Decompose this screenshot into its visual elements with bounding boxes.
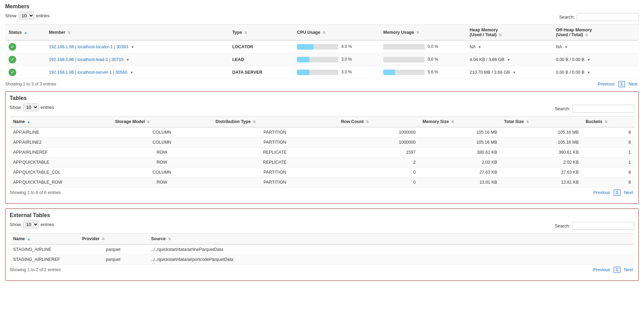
members-col-type: Type ⇅	[229, 25, 294, 41]
sort-ext-provider-icon[interactable]: ⇅	[102, 237, 105, 241]
ext-search-input[interactable]	[572, 222, 634, 230]
member-type-cell: LEAD	[229, 53, 294, 66]
tables-showing: Showing 1 to 6 of 6 entries	[10, 190, 61, 195]
heap-dropdown-arrow[interactable]: ▼	[507, 58, 511, 62]
member-link[interactable]: 192.168.1.86 | localhost-locator-1 | 303…	[49, 44, 128, 49]
table-row: APP.AIRLINEREF ROW REPLICATE 1597 380.61…	[10, 147, 634, 157]
tables-prev-btn[interactable]: Previous	[592, 190, 612, 196]
mem-pct-label: 0.0 %	[428, 57, 442, 62]
sort-memsize-icon[interactable]: ⇅	[451, 120, 454, 124]
members-search-input[interactable]	[577, 13, 639, 21]
member-mem-cell: 0.0 %	[380, 53, 466, 66]
members-show-entries: Show 10 25 50 entries	[5, 12, 50, 20]
table-totalsize-cell: 27.63 KB	[501, 167, 582, 177]
sort-status-icon[interactable]: ▲	[24, 31, 28, 34]
tables-col-name: Name ▲	[10, 116, 112, 127]
table-dist-cell: PARTITION	[212, 127, 338, 137]
tables-title: Tables	[10, 95, 634, 101]
members-col-status: Status ▲	[5, 25, 46, 41]
offheap-dropdown-arrow[interactable]: ▼	[564, 45, 568, 49]
sort-buckets-icon[interactable]: ⇅	[605, 120, 607, 124]
sort-memory-icon[interactable]: ⇅	[416, 31, 419, 34]
member-dropdown-arrow[interactable]: ▼	[126, 58, 130, 62]
offheap-dropdown-arrow[interactable]: ▼	[587, 71, 591, 74]
cpu-progress-bar	[297, 57, 309, 62]
sort-cpu-icon[interactable]: ⇅	[323, 31, 325, 34]
sort-totalsize-icon[interactable]: ⇅	[526, 120, 529, 124]
ext-entries-label: entries	[41, 222, 54, 227]
mem-pct-label: 5.6 %	[428, 70, 442, 74]
members-search-row: Search:	[559, 13, 639, 21]
members-section: Members Show 10 25 50 entries Search: St…	[5, 3, 639, 87]
sort-member-icon[interactable]: ⇅	[68, 31, 70, 34]
heap-dropdown-arrow[interactable]: ▼	[478, 45, 482, 49]
offheap-dropdown-arrow[interactable]: ▼	[587, 58, 591, 62]
table-name-cell: APP.AIRLINE2	[10, 137, 112, 147]
table-row: APP.QUICKTABLE ROW REPLICATE 2 2.02 KB 2…	[10, 157, 634, 167]
member-heap-cell: 210.70 MB / 3.66 GB ▼	[466, 66, 553, 79]
members-col-cpu: CPU Usage ⇅	[294, 25, 380, 41]
member-link[interactable]: 192.168.1.86 | localhost-lead-1 | 30719	[49, 57, 123, 62]
ext-pagination-controls: Previous 1 Next	[592, 267, 634, 273]
tables-pagination-row: Showing 1 to 6 of 6 entries Previous 1 N…	[10, 190, 634, 196]
member-link-cell: 192.168.1.86 | localhost-lead-1 | 30719 …	[46, 53, 229, 66]
sort-storage-icon[interactable]: ⇅	[147, 120, 150, 124]
tables-entries-select[interactable]: 10 25 50	[23, 103, 39, 111]
member-link-cell: 192.168.1.86 | localhost-locator-1 | 303…	[46, 40, 229, 53]
table-name-cell: APP.QUICKTABLE_ROW	[10, 177, 112, 187]
member-dropdown-arrow[interactable]: ▼	[131, 45, 134, 49]
table-rowcount-cell: 0	[338, 177, 419, 187]
member-mem-cell: 5.6 %	[380, 66, 466, 79]
table-row: ✓ 192.168.1.86 | localhost-server-1 | 30…	[5, 66, 639, 79]
sort-heap-icon[interactable]: ⇅	[499, 33, 502, 37]
members-page-num[interactable]: 1	[618, 81, 625, 87]
table-row: STAGING_AIRLINEREF parquet ../../quickst…	[10, 255, 634, 265]
member-status-cell: ✓	[5, 40, 46, 53]
tables-col-rowcount: Row Count ⇅	[338, 116, 419, 127]
tables-search-label: Search:	[555, 106, 570, 111]
ext-showing: Showing 1 to 2 of 2 entries	[10, 267, 61, 272]
tables-page-num[interactable]: 1	[614, 190, 621, 196]
sort-ext-source-icon[interactable]: ⇅	[168, 237, 171, 241]
table-dist-cell: PARTITION	[212, 137, 338, 147]
heap-dropdown-arrow[interactable]: ▼	[513, 71, 516, 74]
sort-rowcount-icon[interactable]: ⇅	[366, 120, 369, 124]
member-link[interactable]: 192.168.1.86 | localhost-server-1 | 3056…	[49, 70, 127, 75]
member-status-cell: ✓	[5, 66, 46, 79]
ext-col-name: Name ▲	[10, 234, 79, 245]
sort-offheap-icon[interactable]: ⇅	[585, 33, 588, 37]
members-pagination-row: Showing 1 to 3 of 3 entries Previous 1 N…	[5, 81, 639, 87]
table-row: APP.AIRLINE COLUMN PARTITION 1000000 105…	[10, 127, 634, 137]
ext-name-cell: STAGING_AIRLINEREF	[10, 255, 79, 265]
members-next-btn[interactable]: Next	[627, 81, 639, 87]
sort-dist-icon[interactable]: ⇅	[253, 120, 256, 124]
table-name-cell: APP.QUICKTABLE	[10, 157, 112, 167]
table-storage-cell: ROW	[112, 157, 212, 167]
ext-next-btn[interactable]: Next	[623, 267, 634, 273]
members-prev-btn[interactable]: Previous	[596, 81, 616, 87]
table-dist-cell: REPLICATE	[212, 147, 338, 157]
table-name-cell: APP.AIRLINE	[10, 127, 112, 137]
table-storage-cell: ROW	[112, 147, 212, 157]
sort-name-icon[interactable]: ▲	[27, 120, 31, 124]
ext-page-num[interactable]: 1	[614, 267, 621, 273]
table-totalsize-cell: 2.02 KB	[501, 157, 582, 167]
members-title: Members	[5, 3, 639, 10]
sort-type-icon[interactable]: ⇅	[244, 31, 247, 34]
table-buckets-cell: 1	[582, 157, 634, 167]
ext-provider-cell: parquet	[79, 255, 148, 265]
sort-ext-name-icon[interactable]: ▲	[27, 237, 31, 241]
tables-search-input[interactable]	[572, 105, 634, 113]
tables-search-row: Search:	[555, 105, 634, 113]
ext-tables-top-controls: Show 10 25 50 entries Search:	[10, 221, 634, 231]
ext-entries-select[interactable]: 10 25 50	[23, 221, 39, 228]
tables-col-dist: Distribution Type ⇅	[212, 116, 338, 127]
member-dropdown-arrow[interactable]: ▼	[130, 71, 133, 74]
tables-next-btn[interactable]: Next	[623, 190, 634, 196]
status-ok-icon: ✓	[9, 56, 16, 63]
members-col-memory: Memory Usage ⇅	[380, 25, 466, 41]
member-heap-cell: NA ▼	[466, 40, 553, 53]
members-top-controls: Show 10 25 50 entries Search:	[5, 12, 639, 22]
ext-prev-btn[interactable]: Previous	[592, 267, 612, 273]
members-entries-select[interactable]: 10 25 50	[19, 12, 34, 20]
